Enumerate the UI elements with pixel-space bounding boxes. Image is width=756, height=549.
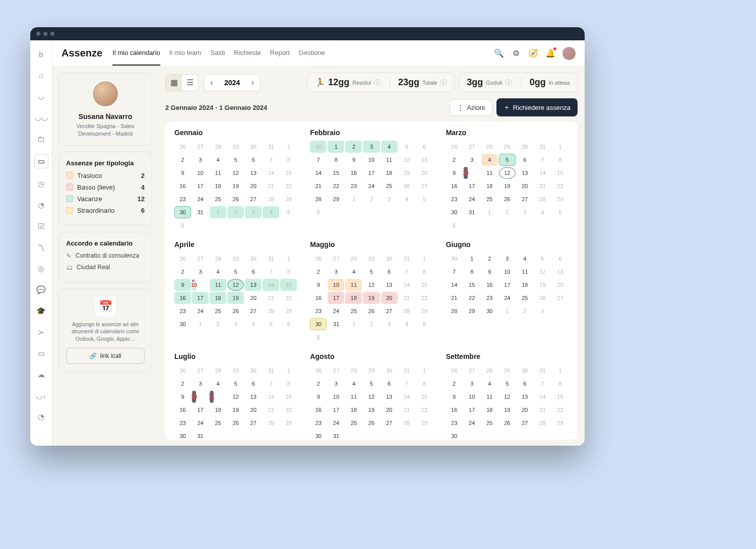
day-cell[interactable]: 12: [227, 279, 244, 291]
day-cell[interactable]: 15: [464, 279, 480, 291]
day-cell[interactable]: 7: [263, 378, 279, 390]
day-cell[interactable]: 20: [245, 404, 262, 416]
day-cell[interactable]: 23: [174, 305, 191, 317]
day-cell[interactable]: 25: [210, 305, 226, 317]
day-cell[interactable]: 3: [192, 154, 209, 166]
actions-button[interactable]: ⋮ Azioni: [450, 99, 492, 116]
day-cell[interactable]: 20: [381, 292, 398, 304]
day-cell[interactable]: 4: [381, 141, 398, 153]
day-cell[interactable]: 30: [481, 305, 498, 317]
day-cell[interactable]: 7: [534, 154, 551, 166]
tab-richieste[interactable]: Richieste: [234, 41, 261, 66]
day-cell[interactable]: 1: [345, 318, 362, 330]
day-cell[interactable]: 11: [345, 279, 362, 291]
day-cell[interactable]: 3: [227, 318, 244, 330]
day-cell[interactable]: 4: [345, 266, 362, 278]
day-cell[interactable]: 24: [464, 417, 480, 429]
day-cell[interactable]: 23: [310, 305, 327, 317]
day-cell[interactable]: 4: [210, 266, 226, 278]
timer-icon[interactable]: ◔: [36, 200, 47, 211]
day-cell[interactable]: 12: [534, 266, 551, 278]
day-cell[interactable]: 23: [174, 193, 191, 205]
day-cell[interactable]: 18: [210, 180, 226, 192]
day-cell[interactable]: 19: [534, 279, 551, 291]
day-cell[interactable]: 27: [552, 292, 569, 304]
day-cell[interactable]: 13: [381, 391, 398, 403]
day-cell[interactable]: 29: [416, 417, 433, 429]
day-cell[interactable]: 21: [534, 180, 551, 192]
day-cell[interactable]: 2: [481, 253, 498, 265]
tab-report[interactable]: Report: [270, 41, 290, 66]
day-cell[interactable]: 17: [328, 292, 344, 304]
day-cell[interactable]: 28: [263, 193, 279, 205]
day-cell[interactable]: 28: [534, 193, 551, 205]
day-cell[interactable]: 5: [280, 206, 297, 218]
day-cell[interactable]: 29: [499, 141, 516, 153]
day-cell[interactable]: 29: [280, 417, 297, 429]
day-cell[interactable]: 7: [534, 378, 551, 390]
day-cell[interactable]: 6: [381, 378, 398, 390]
day-cell[interactable]: 17: [192, 180, 209, 192]
day-cell[interactable]: 15: [552, 167, 569, 179]
day-cell[interactable]: 17: [363, 167, 380, 179]
day-cell[interactable]: 4: [481, 154, 498, 166]
day-cell[interactable]: 10: [328, 391, 344, 403]
day-cell[interactable]: 10: [328, 279, 344, 291]
day-cell[interactable]: 5: [534, 253, 551, 265]
day-cell[interactable]: 30: [517, 141, 533, 153]
day-cell[interactable]: 14: [534, 167, 551, 179]
day-cell[interactable]: 24: [192, 193, 209, 205]
day-cell[interactable]: 3: [363, 141, 380, 153]
day-cell[interactable]: 1: [328, 141, 344, 153]
day-cell[interactable]: 16: [481, 279, 498, 291]
day-cell[interactable]: 30: [381, 364, 398, 377]
day-cell[interactable]: 26: [174, 141, 191, 153]
day-cell[interactable]: 26: [499, 417, 516, 429]
day-cell[interactable]: 1: [280, 253, 297, 265]
day-cell[interactable]: 18: [517, 279, 533, 291]
day-cell[interactable]: 16: [174, 292, 191, 304]
home-icon[interactable]: ⌂: [36, 70, 47, 81]
day-cell[interactable]: 31: [263, 253, 279, 265]
day-cell[interactable]: 13: [381, 279, 398, 291]
day-cell[interactable]: 22: [552, 404, 569, 416]
window-dot[interactable]: [50, 32, 54, 36]
day-cell[interactable]: 22: [416, 292, 433, 304]
day-cell[interactable]: 25: [481, 417, 498, 429]
check-icon[interactable]: ☑: [36, 221, 47, 232]
day-cell[interactable]: 18: [210, 404, 226, 416]
day-cell[interactable]: 12: [363, 279, 380, 291]
day-cell[interactable]: 15: [416, 391, 433, 403]
day-cell[interactable]: 19: [499, 180, 516, 192]
day-cell[interactable]: 8: [280, 378, 297, 390]
day-cell[interactable]: 28: [399, 417, 415, 429]
day-cell[interactable]: 23: [310, 417, 327, 429]
day-cell[interactable]: 13: [245, 279, 262, 291]
day-cell[interactable]: 31: [534, 141, 551, 153]
day-cell[interactable]: 11: [210, 167, 226, 179]
day-cell[interactable]: 16: [345, 167, 362, 179]
bell-icon[interactable]: 🔔: [545, 48, 555, 58]
day-cell[interactable]: 26: [227, 193, 244, 205]
day-cell[interactable]: 23: [174, 417, 191, 429]
tab-il-mio-calendario[interactable]: Il mio calendario: [112, 41, 160, 66]
day-cell[interactable]: 29: [499, 364, 516, 377]
day-cell[interactable]: 29: [464, 305, 480, 317]
day-cell[interactable]: 1: [280, 364, 297, 377]
gear-icon[interactable]: ⚙: [511, 48, 521, 58]
day-cell[interactable]: 3: [534, 305, 551, 317]
day-cell[interactable]: 4: [399, 318, 415, 330]
day-cell[interactable]: 28: [310, 193, 327, 205]
day-cell[interactable]: 10: [464, 391, 480, 403]
clock-icon[interactable]: ◷: [36, 178, 47, 190]
day-cell[interactable]: 31: [263, 364, 279, 377]
day-cell[interactable]: 4: [517, 253, 533, 265]
next-year-button[interactable]: ›: [245, 75, 260, 91]
day-cell[interactable]: 19: [363, 404, 380, 416]
day-cell[interactable]: 28: [481, 364, 498, 377]
day-cell[interactable]: 16: [446, 180, 463, 192]
day-cell[interactable]: 15: [280, 391, 297, 403]
day-cell[interactable]: 4: [210, 378, 226, 390]
day-cell[interactable]: 26: [227, 417, 244, 429]
day-cell[interactable]: 22: [280, 292, 297, 304]
